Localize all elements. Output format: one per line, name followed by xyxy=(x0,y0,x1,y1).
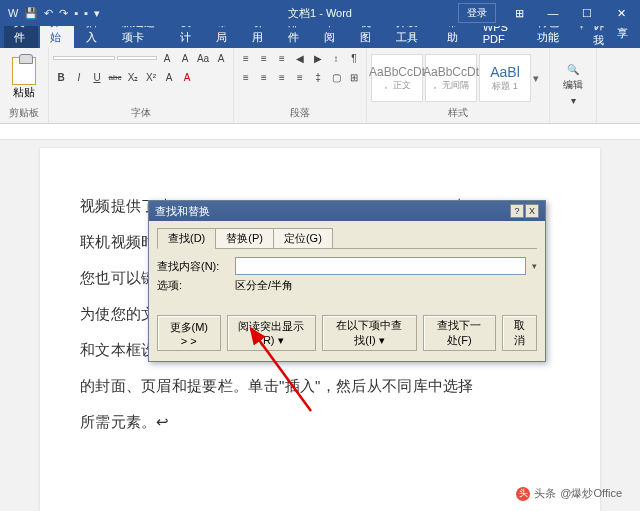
options-value: 区分全/半角 xyxy=(235,278,293,293)
redo-icon[interactable]: ↷ xyxy=(59,7,68,20)
group-label: 字体 xyxy=(53,106,229,121)
watermark: 头 头条 @爆炒Office xyxy=(516,486,622,501)
qat-icon[interactable]: ▪ xyxy=(74,7,78,19)
minimize-button[interactable]: — xyxy=(538,0,568,26)
dialog-tab-find[interactable]: 查找(D) xyxy=(157,228,216,249)
find-replace-dialog: 查找和替换 ? X 查找(D) 替换(P) 定位(G) 查找内容(N): ▾ 选… xyxy=(148,200,546,362)
ribbon: 粘贴 剪贴板 A A Aa A B I U abc X₂ X² A A xyxy=(0,48,640,124)
close-button[interactable]: ✕ xyxy=(606,0,636,26)
font-size-select[interactable] xyxy=(117,56,157,60)
login-button[interactable]: 登录 xyxy=(458,3,496,23)
dropdown-icon[interactable]: ▾ xyxy=(532,261,537,271)
find-input[interactable] xyxy=(235,257,526,275)
clear-format[interactable]: A xyxy=(213,50,229,66)
group-paragraph: ≡ ≡ ≡ ◀ ▶ ↕ ¶ ≡ ≡ ≡ ≡ ‡ ▢ ⊞ 段落 xyxy=(234,48,367,123)
font-color-button[interactable]: A xyxy=(179,69,195,85)
group-font: A A Aa A B I U abc X₂ X² A A 字体 xyxy=(49,48,234,123)
group-label: 段落 xyxy=(238,106,362,121)
style-nospace[interactable]: AaBbCcDt。无间隔 xyxy=(425,54,477,102)
options-label: 选项: xyxy=(157,278,229,293)
editing-dropdown[interactable]: 🔍编辑▾ xyxy=(554,50,592,120)
align-left-button[interactable]: ≡ xyxy=(238,69,254,85)
dialog-close-button[interactable]: X xyxy=(525,204,539,218)
more-button[interactable]: 更多(M) > > xyxy=(157,315,221,351)
group-editing: 🔍编辑▾ xyxy=(550,48,597,123)
qat-icon[interactable]: ▪ xyxy=(84,7,88,19)
bold-button[interactable]: B xyxy=(53,69,69,85)
shrink-font[interactable]: A xyxy=(177,50,193,66)
title-bar: W 💾 ↶ ↷ ▪ ▪ ▾ 文档1 - Word 登录 ⊞ — ☐ ✕ xyxy=(0,0,640,26)
clipboard-icon xyxy=(12,57,36,85)
justify-button[interactable]: ≡ xyxy=(292,69,308,85)
highlight-button[interactable]: A xyxy=(161,69,177,85)
linespace-button[interactable]: ‡ xyxy=(310,69,326,85)
dialog-help-button[interactable]: ? xyxy=(510,204,524,218)
multilevel-button[interactable]: ≡ xyxy=(274,50,290,66)
style-normal[interactable]: AaBbCcDt。正文 xyxy=(371,54,423,102)
paste-button[interactable]: 粘贴 xyxy=(4,57,44,100)
undo-icon[interactable]: ↶ xyxy=(44,7,53,20)
word-icon: W xyxy=(8,7,18,19)
find-in-button[interactable]: 在以下项中查找(I) ▾ xyxy=(322,315,417,351)
find-next-button[interactable]: 查找下一处(F) xyxy=(423,315,496,351)
cancel-button[interactable]: 取消 xyxy=(502,315,537,351)
indent-dec-button[interactable]: ◀ xyxy=(292,50,308,66)
align-right-button[interactable]: ≡ xyxy=(274,69,290,85)
show-marks-button[interactable]: ¶ xyxy=(346,50,362,66)
qat-dropdown-icon[interactable]: ▾ xyxy=(94,7,100,20)
ribbon-options-icon[interactable]: ⊞ xyxy=(504,0,534,26)
horizontal-ruler[interactable] xyxy=(0,124,640,140)
align-center-button[interactable]: ≡ xyxy=(256,69,272,85)
maximize-button[interactable]: ☐ xyxy=(572,0,602,26)
document-title: 文档1 - Word xyxy=(288,6,352,21)
styles-gallery-more[interactable]: ▾ xyxy=(533,72,545,85)
numbering-button[interactable]: ≡ xyxy=(256,50,272,66)
document-area: 视频提供了功击 联机视频时，站。 您也可以键入频。↩ 为使您的文档面 和文本框设… xyxy=(0,140,640,511)
italic-button[interactable]: I xyxy=(71,69,87,85)
grow-font[interactable]: A xyxy=(159,50,175,66)
group-label: 剪贴板 xyxy=(4,106,44,121)
dialog-tab-replace[interactable]: 替换(P) xyxy=(215,228,274,249)
dialog-tab-goto[interactable]: 定位(G) xyxy=(273,228,333,249)
quick-access-toolbar[interactable]: W 💾 ↶ ↷ ▪ ▪ ▾ xyxy=(0,7,100,20)
change-case[interactable]: Aa xyxy=(195,50,211,66)
borders-button[interactable]: ⊞ xyxy=(346,69,362,85)
bullets-button[interactable]: ≡ xyxy=(238,50,254,66)
watermark-icon: 头 xyxy=(516,487,530,501)
group-styles: AaBbCcDt。正文 AaBbCcDt。无间隔 AaBl标题 1 ▾ 样式 xyxy=(367,48,550,123)
font-name-select[interactable] xyxy=(53,56,115,60)
group-clipboard: 粘贴 剪贴板 xyxy=(0,48,49,123)
underline-button[interactable]: U xyxy=(89,69,105,85)
save-icon[interactable]: 💾 xyxy=(24,7,38,20)
subscript-button[interactable]: X₂ xyxy=(125,69,141,85)
sort-button[interactable]: ↕ xyxy=(328,50,344,66)
find-label: 查找内容(N): xyxy=(157,259,229,274)
shading-button[interactable]: ▢ xyxy=(328,69,344,85)
reading-highlight-button[interactable]: 阅读突出显示(R) ▾ xyxy=(227,315,317,351)
ribbon-tabs: 文件 开始 插入 新建选项卡 设计 布局 引用 邮件 审阅 视图 开发工具 帮助… xyxy=(0,26,640,48)
indent-inc-button[interactable]: ▶ xyxy=(310,50,326,66)
dialog-title: 查找和替换 xyxy=(155,204,210,219)
style-h1[interactable]: AaBl标题 1 xyxy=(479,54,531,102)
group-label: 样式 xyxy=(371,106,545,121)
superscript-button[interactable]: X² xyxy=(143,69,159,85)
strike-button[interactable]: abc xyxy=(107,69,123,85)
dialog-title-bar[interactable]: 查找和替换 ? X xyxy=(149,201,545,221)
